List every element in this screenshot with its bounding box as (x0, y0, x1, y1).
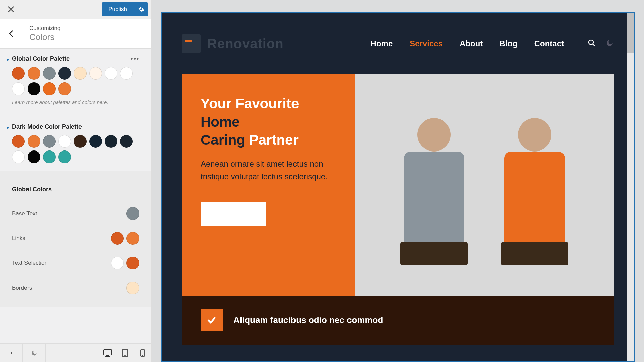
feature-check-icon (201, 309, 223, 331)
tablet-icon (122, 349, 128, 357)
customizer-sidebar: Publish Customizing Colors Global Color … (0, 0, 152, 362)
site-header: Renovation HomeServicesAboutBlogContact (162, 13, 634, 74)
color-chip[interactable] (111, 257, 124, 269)
triangle-left-icon (9, 351, 14, 355)
breadcrumb: Customizing Colors (0, 19, 151, 49)
color-chip[interactable] (126, 282, 139, 294)
color-swatch[interactable] (12, 82, 25, 95)
search-icon (588, 39, 596, 47)
color-swatch[interactable] (58, 150, 71, 163)
preview-scrollbar[interactable] (627, 13, 634, 361)
global-palette-swatches (12, 67, 139, 95)
moon-icon (606, 39, 614, 47)
gear-icon (138, 6, 144, 12)
color-swatch[interactable] (58, 135, 71, 148)
svg-rect-1 (106, 355, 109, 356)
svg-rect-2 (105, 356, 110, 357)
device-tablet-button[interactable] (116, 344, 134, 362)
color-swatch[interactable] (12, 150, 25, 163)
color-swatch[interactable] (43, 67, 56, 80)
hero-cta-button[interactable] (201, 202, 266, 226)
color-swatch[interactable] (74, 135, 87, 148)
nav-link[interactable]: About (460, 39, 483, 48)
hero-text: Your Favourite Home Caring Partner Aenea… (182, 74, 355, 296)
color-chip[interactable] (111, 232, 124, 245)
color-swatch[interactable] (28, 67, 40, 80)
hero-description: Aenean ornare sit amet lectus non tristi… (201, 158, 336, 183)
color-label: Text Selection (12, 260, 48, 266)
color-label: Links (12, 235, 25, 242)
color-setting-row: Base Text (12, 201, 139, 226)
hero-image (355, 74, 614, 296)
publish-label: Publish (108, 6, 127, 13)
close-button[interactable] (0, 0, 22, 19)
logo-icon (182, 34, 201, 53)
section-global-palette[interactable]: Global Color Palette ••• (12, 55, 139, 62)
feature-text: Aliquam faucibus odio nec commod (233, 315, 383, 325)
svg-point-4 (125, 355, 125, 356)
publish-button[interactable]: Publish (102, 2, 134, 16)
color-chip[interactable] (126, 257, 139, 269)
color-swatch[interactable] (105, 135, 117, 148)
color-swatch[interactable] (28, 82, 40, 95)
color-swatch[interactable] (43, 82, 56, 95)
color-chip[interactable] (126, 207, 139, 220)
color-swatch[interactable] (43, 135, 56, 148)
color-swatch[interactable] (28, 150, 40, 163)
color-swatch[interactable] (12, 67, 25, 80)
palette-hint[interactable]: Learn more about palettes and colors her… (12, 99, 139, 105)
svg-point-7 (589, 40, 593, 45)
back-button[interactable] (0, 19, 22, 48)
color-swatch[interactable] (12, 135, 25, 148)
customizer-header: Publish (0, 0, 151, 19)
color-swatch[interactable] (58, 67, 71, 80)
customizer-footer (0, 343, 151, 362)
color-swatch[interactable] (43, 150, 56, 163)
nav-link[interactable]: Services (410, 39, 443, 48)
color-swatch[interactable] (120, 67, 133, 80)
color-swatch[interactable] (89, 67, 102, 80)
hero-section: Your Favourite Home Caring Partner Aenea… (182, 74, 614, 296)
color-setting-row: Links (12, 226, 139, 251)
chevron-left-icon (9, 30, 13, 37)
color-label: Borders (12, 285, 32, 291)
check-icon (206, 315, 217, 325)
color-setting-row: Text Selection (12, 251, 139, 276)
dark-palette-swatches (12, 135, 139, 163)
color-swatch[interactable] (74, 67, 87, 80)
feature-bar: Aliquam faucibus odio nec commod (182, 296, 614, 345)
site-preview[interactable]: Renovation HomeServicesAboutBlogContact … (161, 12, 635, 362)
theme-toggle-button[interactable] (606, 39, 614, 48)
worker-figure-1 (387, 108, 481, 296)
nav-link[interactable]: Home (371, 39, 393, 48)
main-nav: HomeServicesAboutBlogContact (371, 39, 614, 48)
color-swatch[interactable] (89, 135, 102, 148)
collapse-button[interactable] (0, 344, 23, 362)
color-chip[interactable] (126, 232, 139, 245)
hero-title: Your Favourite Home Caring Partner (201, 95, 336, 149)
logo[interactable]: Renovation (182, 34, 284, 53)
device-desktop-button[interactable] (99, 344, 116, 362)
panel-body[interactable]: Global Color Palette ••• Learn more abou… (0, 49, 151, 343)
svg-point-6 (142, 355, 143, 356)
section-title-label: Dark Mode Color Palette (12, 123, 82, 130)
section-dark-palette[interactable]: Dark Mode Color Palette (12, 123, 139, 130)
dark-mode-toggle[interactable] (23, 344, 46, 362)
color-swatch[interactable] (120, 135, 133, 148)
breadcrumb-parent: Customizing (29, 25, 61, 32)
color-swatch[interactable] (105, 67, 117, 80)
more-icon[interactable]: ••• (131, 55, 139, 62)
breadcrumb-title: Colors (29, 32, 61, 42)
desktop-icon (103, 349, 112, 357)
color-label: Base Text (12, 210, 37, 217)
search-button[interactable] (588, 39, 596, 48)
nav-link[interactable]: Contact (534, 39, 564, 48)
svg-rect-0 (104, 350, 112, 355)
device-mobile-button[interactable] (134, 344, 151, 362)
preview-wrap: Renovation HomeServicesAboutBlogContact … (152, 0, 644, 362)
color-swatch[interactable] (28, 135, 40, 148)
nav-link[interactable]: Blog (499, 39, 517, 48)
color-swatch[interactable] (58, 82, 71, 95)
publish-settings-button[interactable] (134, 2, 148, 16)
section-title-label: Global Color Palette (12, 55, 70, 62)
